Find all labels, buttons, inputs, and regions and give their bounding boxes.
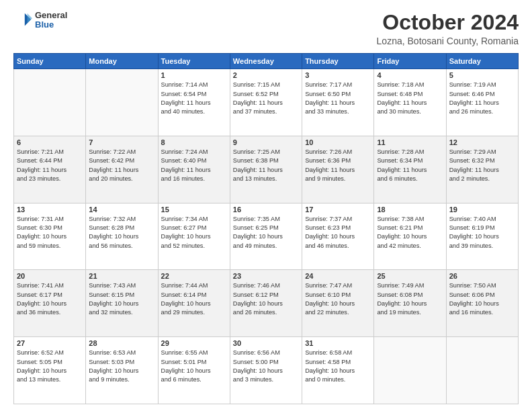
day-info: Sunrise: 7:28 AM Sunset: 6:34 PM Dayligh… bbox=[377, 148, 443, 183]
calendar-table: SundayMondayTuesdayWednesdayThursdayFrid… bbox=[13, 53, 519, 404]
day-info: Sunrise: 7:25 AM Sunset: 6:38 PM Dayligh… bbox=[233, 148, 299, 183]
day-info: Sunrise: 7:17 AM Sunset: 6:50 PM Dayligh… bbox=[305, 81, 371, 116]
calendar-cell: 17Sunrise: 7:37 AM Sunset: 6:23 PM Dayli… bbox=[302, 203, 374, 270]
calendar-row: 20Sunrise: 7:41 AM Sunset: 6:17 PM Dayli… bbox=[14, 270, 519, 337]
day-number: 2 bbox=[233, 71, 299, 79]
day-info: Sunrise: 7:47 AM Sunset: 6:10 PM Dayligh… bbox=[305, 281, 371, 317]
day-info: Sunrise: 7:38 AM Sunset: 6:21 PM Dayligh… bbox=[377, 215, 443, 250]
day-info: Sunrise: 6:55 AM Sunset: 5:01 PM Dayligh… bbox=[161, 349, 227, 384]
calendar-cell: 25Sunrise: 7:49 AM Sunset: 6:08 PM Dayli… bbox=[374, 270, 446, 337]
calendar-cell: 29Sunrise: 6:55 AM Sunset: 5:01 PM Dayli… bbox=[158, 337, 230, 404]
day-info: Sunrise: 7:37 AM Sunset: 6:23 PM Dayligh… bbox=[305, 215, 371, 250]
day-info: Sunrise: 7:24 AM Sunset: 6:40 PM Dayligh… bbox=[161, 148, 227, 183]
calendar-cell: 11Sunrise: 7:28 AM Sunset: 6:34 PM Dayli… bbox=[374, 136, 446, 203]
day-info: Sunrise: 7:15 AM Sunset: 6:52 PM Dayligh… bbox=[233, 81, 299, 116]
calendar-cell: 31Sunrise: 6:58 AM Sunset: 4:58 PM Dayli… bbox=[302, 337, 374, 404]
calendar-cell: 30Sunrise: 6:56 AM Sunset: 5:00 PM Dayli… bbox=[230, 337, 302, 404]
day-number: 19 bbox=[449, 205, 515, 214]
day-info: Sunrise: 6:58 AM Sunset: 4:58 PM Dayligh… bbox=[305, 349, 371, 384]
logo-general: General bbox=[35, 11, 67, 20]
calendar-cell: 9Sunrise: 7:25 AM Sunset: 6:38 PM Daylig… bbox=[230, 136, 302, 203]
calendar-cell: 21Sunrise: 7:43 AM Sunset: 6:15 PM Dayli… bbox=[86, 270, 158, 337]
calendar-cell bbox=[374, 337, 446, 404]
calendar-row: 13Sunrise: 7:31 AM Sunset: 6:30 PM Dayli… bbox=[14, 203, 519, 270]
calendar-cell: 3Sunrise: 7:17 AM Sunset: 6:50 PM Daylig… bbox=[302, 69, 374, 136]
day-number: 30 bbox=[233, 339, 299, 347]
day-info: Sunrise: 7:19 AM Sunset: 6:46 PM Dayligh… bbox=[449, 81, 515, 116]
calendar-cell: 15Sunrise: 7:34 AM Sunset: 6:27 PM Dayli… bbox=[158, 203, 230, 270]
day-number: 21 bbox=[89, 272, 154, 280]
day-number: 27 bbox=[17, 339, 83, 347]
svg-marker-1 bbox=[28, 13, 32, 24]
day-number: 11 bbox=[377, 138, 443, 146]
calendar-cell: 26Sunrise: 7:50 AM Sunset: 6:06 PM Dayli… bbox=[446, 270, 518, 337]
calendar-cell: 2Sunrise: 7:15 AM Sunset: 6:52 PM Daylig… bbox=[230, 69, 302, 136]
day-number: 31 bbox=[305, 339, 371, 347]
calendar-cell: 10Sunrise: 7:26 AM Sunset: 6:36 PM Dayli… bbox=[302, 136, 374, 203]
day-info: Sunrise: 6:56 AM Sunset: 5:00 PM Dayligh… bbox=[233, 349, 299, 384]
day-number: 5 bbox=[449, 71, 515, 79]
day-number: 23 bbox=[233, 272, 299, 280]
calendar-header-sunday: Sunday bbox=[14, 54, 86, 69]
day-info: Sunrise: 7:29 AM Sunset: 6:32 PM Dayligh… bbox=[449, 148, 515, 183]
calendar-cell: 8Sunrise: 7:24 AM Sunset: 6:40 PM Daylig… bbox=[158, 136, 230, 203]
calendar-cell: 28Sunrise: 6:53 AM Sunset: 5:03 PM Dayli… bbox=[86, 337, 158, 404]
calendar-cell: 24Sunrise: 7:47 AM Sunset: 6:10 PM Dayli… bbox=[302, 270, 374, 337]
day-number: 6 bbox=[17, 138, 83, 146]
day-info: Sunrise: 7:43 AM Sunset: 6:15 PM Dayligh… bbox=[89, 281, 154, 317]
logo-text: General Blue bbox=[35, 11, 67, 30]
day-number: 7 bbox=[89, 138, 154, 146]
calendar-header-wednesday: Wednesday bbox=[230, 54, 302, 69]
day-number: 15 bbox=[161, 205, 227, 214]
day-info: Sunrise: 7:34 AM Sunset: 6:27 PM Dayligh… bbox=[161, 215, 227, 250]
day-info: Sunrise: 7:50 AM Sunset: 6:06 PM Dayligh… bbox=[449, 281, 515, 317]
day-info: Sunrise: 7:41 AM Sunset: 6:17 PM Dayligh… bbox=[17, 281, 83, 317]
day-info: Sunrise: 7:18 AM Sunset: 6:48 PM Dayligh… bbox=[377, 81, 443, 116]
calendar-cell: 16Sunrise: 7:35 AM Sunset: 6:25 PM Dayli… bbox=[230, 203, 302, 270]
day-number: 8 bbox=[161, 138, 227, 146]
day-number: 29 bbox=[161, 339, 227, 347]
main-title: October 2024 bbox=[377, 11, 519, 34]
day-number: 20 bbox=[17, 272, 83, 280]
day-info: Sunrise: 7:40 AM Sunset: 6:19 PM Dayligh… bbox=[449, 215, 515, 250]
day-number: 28 bbox=[89, 339, 154, 347]
day-info: Sunrise: 7:31 AM Sunset: 6:30 PM Dayligh… bbox=[17, 215, 83, 250]
day-number: 17 bbox=[305, 205, 371, 214]
calendar-header-friday: Friday bbox=[374, 54, 446, 69]
logo: General Blue bbox=[13, 11, 67, 30]
day-number: 22 bbox=[161, 272, 227, 280]
calendar-cell: 14Sunrise: 7:32 AM Sunset: 6:28 PM Dayli… bbox=[86, 203, 158, 270]
calendar-cell: 18Sunrise: 7:38 AM Sunset: 6:21 PM Dayli… bbox=[374, 203, 446, 270]
calendar-cell: 27Sunrise: 6:52 AM Sunset: 5:05 PM Dayli… bbox=[14, 337, 86, 404]
calendar-cell: 7Sunrise: 7:22 AM Sunset: 6:42 PM Daylig… bbox=[86, 136, 158, 203]
day-info: Sunrise: 7:35 AM Sunset: 6:25 PM Dayligh… bbox=[233, 215, 299, 250]
calendar-cell: 23Sunrise: 7:46 AM Sunset: 6:12 PM Dayli… bbox=[230, 270, 302, 337]
day-number: 9 bbox=[233, 138, 299, 146]
header: General Blue October 2024 Lozna, Botosan… bbox=[13, 11, 519, 46]
day-number: 18 bbox=[377, 205, 443, 214]
calendar-header-monday: Monday bbox=[86, 54, 158, 69]
calendar-cell bbox=[446, 337, 518, 404]
header-row: SundayMondayTuesdayWednesdayThursdayFrid… bbox=[14, 54, 519, 69]
subtitle: Lozna, Botosani County, Romania bbox=[377, 36, 519, 46]
day-number: 13 bbox=[17, 205, 83, 214]
calendar-cell: 1Sunrise: 7:14 AM Sunset: 6:54 PM Daylig… bbox=[158, 69, 230, 136]
calendar-row: 6Sunrise: 7:21 AM Sunset: 6:44 PM Daylig… bbox=[14, 136, 519, 203]
day-number: 4 bbox=[377, 71, 443, 79]
logo-blue: Blue bbox=[35, 20, 67, 30]
day-number: 14 bbox=[89, 205, 154, 214]
calendar-cell: 19Sunrise: 7:40 AM Sunset: 6:19 PM Dayli… bbox=[446, 203, 518, 270]
page: General Blue October 2024 Lozna, Botosan… bbox=[0, 0, 532, 411]
calendar-cell: 5Sunrise: 7:19 AM Sunset: 6:46 PM Daylig… bbox=[446, 69, 518, 136]
title-block: October 2024 Lozna, Botosani County, Rom… bbox=[377, 11, 519, 46]
calendar-row: 27Sunrise: 6:52 AM Sunset: 5:05 PM Dayli… bbox=[14, 337, 519, 404]
calendar-cell: 22Sunrise: 7:44 AM Sunset: 6:14 PM Dayli… bbox=[158, 270, 230, 337]
calendar-header-saturday: Saturday bbox=[446, 54, 518, 69]
day-info: Sunrise: 7:49 AM Sunset: 6:08 PM Dayligh… bbox=[377, 281, 443, 317]
day-info: Sunrise: 6:53 AM Sunset: 5:03 PM Dayligh… bbox=[89, 349, 154, 384]
day-info: Sunrise: 7:22 AM Sunset: 6:42 PM Dayligh… bbox=[89, 148, 154, 183]
day-number: 25 bbox=[377, 272, 443, 280]
day-info: Sunrise: 7:44 AM Sunset: 6:14 PM Dayligh… bbox=[161, 281, 227, 317]
day-number: 24 bbox=[305, 272, 371, 280]
day-number: 12 bbox=[449, 138, 515, 146]
